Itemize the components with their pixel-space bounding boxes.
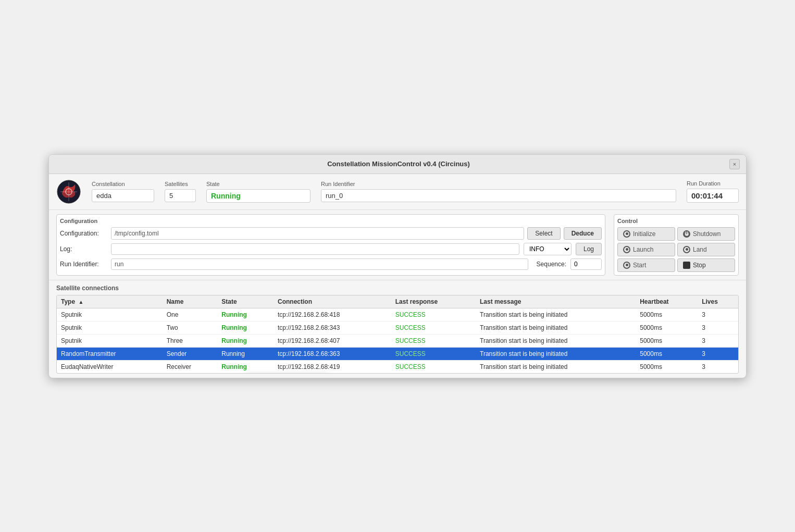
state-display: Running [206,189,310,203]
col-lives: Lives [698,295,738,308]
cell-state: Running [217,347,274,360]
cell-name: One [163,308,218,321]
cell-last-response: SUCCESS [391,321,476,334]
config-control-row: Configuration Configuration: Select Dedu… [49,210,746,280]
table-row[interactable]: Sputnik Two Running tcp://192.168.2.68:3… [57,321,738,334]
cell-name: Three [163,334,218,347]
satellite-table: Type ▲ Name State Connection Last respon… [57,295,738,373]
table-row[interactable]: Sputnik Three Running tcp://192.168.2.68… [57,334,738,347]
log-label: Log: [60,245,107,253]
cell-state: Running [217,360,274,373]
cell-type: Sputnik [57,308,163,321]
cell-heartbeat: 5000ms [636,347,698,360]
log-button[interactable]: Log [576,243,602,255]
satellite-section: Satellite connections Type ▲ Name State … [49,280,746,378]
land-icon [683,246,690,253]
shutdown-button[interactable]: ⏻ Shutdown [677,227,735,241]
select-button[interactable]: Select [527,227,560,240]
col-last-message: Last message [476,295,636,308]
state-value: Running [211,192,241,200]
run-identifier-label: Run Identifier: [60,261,107,268]
sort-icon: ▲ [78,299,83,305]
launch-button[interactable]: Launch [617,243,675,256]
satellites-input[interactable] [165,189,196,202]
state-label: State [206,181,310,187]
main-window: Constellation MissionControl v0.4 (Circi… [48,154,747,378]
col-type: Type ▲ [57,295,163,308]
constellation-input[interactable] [92,189,154,202]
cell-last-response: SUCCESS [391,347,476,360]
app-logo [56,179,81,204]
cell-last-message: Transition start is being initiated [476,347,636,360]
stop-button[interactable]: Stop [677,258,735,272]
cell-last-message: Transition start is being initiated [476,360,636,373]
col-connection: Connection [274,295,391,308]
header-row: Constellation Satellites State Running R… [49,174,746,210]
satellites-label: Satellites [165,181,196,187]
cell-type: EudaqNativeWriter [57,360,163,373]
cell-last-message: Transition start is being initiated [476,308,636,321]
cell-last-response: SUCCESS [391,360,476,373]
control-section: Control Initialize ⏻ Shutdown Launch Lan… [614,214,739,276]
cell-heartbeat: 5000ms [636,334,698,347]
table-header-row: Type ▲ Name State Connection Last respon… [57,295,738,308]
cell-connection: tcp://192.168.2.68:363 [274,347,391,360]
duration-field: Run Duration [687,180,739,203]
col-last-response: Last response [391,295,476,308]
config-file-label: Configuration: [60,230,107,237]
col-heartbeat: Heartbeat [636,295,698,308]
cell-heartbeat: 5000ms [636,321,698,334]
state-field: State Running [206,181,310,203]
table-row[interactable]: Sputnik One Running tcp://192.168.2.68:4… [57,308,738,321]
table-row[interactable]: RandomTransmitter Sender Running tcp://1… [57,347,738,360]
cell-type: Sputnik [57,334,163,347]
log-level-select[interactable]: INFO DEBUG WARNING ERROR [524,243,572,255]
col-state: State [217,295,274,308]
constellation-field: Constellation [92,181,154,202]
cell-state: Running [217,308,274,321]
cell-connection: tcp://192.168.2.68:407 [274,334,391,347]
initialize-button[interactable]: Initialize [617,227,675,241]
cell-last-response: SUCCESS [391,308,476,321]
cell-name: Two [163,321,218,334]
launch-icon [623,246,630,253]
start-button[interactable]: Start [617,258,675,272]
start-icon [623,262,630,269]
cell-lives: 3 [698,308,738,321]
close-button[interactable]: × [729,159,740,169]
run-identifier-input[interactable] [111,258,528,270]
log-input[interactable] [111,243,519,255]
run-id-field: Run Identifier [321,181,676,202]
title-bar: Constellation MissionControl v0.4 (Circi… [49,155,746,174]
satellites-field: Satellites [165,181,196,202]
config-section-title: Configuration [60,218,602,224]
initialize-icon [623,230,630,238]
land-button[interactable]: Land [677,243,735,256]
shutdown-icon: ⏻ [683,230,690,238]
run-id-input[interactable] [321,189,676,202]
satellite-table-container: Type ▲ Name State Connection Last respon… [56,295,739,374]
run-id-label: Run Identifier [321,181,676,187]
control-buttons-grid: Initialize ⏻ Shutdown Launch Land Start [617,227,735,272]
cell-lives: 3 [698,347,738,360]
cell-connection: tcp://192.168.2.68:343 [274,321,391,334]
satellite-title: Satellite connections [56,284,739,292]
config-file-input[interactable] [111,227,524,240]
cell-connection: tcp://192.168.2.68:419 [274,360,391,373]
window-title: Constellation MissionControl v0.4 (Circi… [68,160,729,168]
deduce-button[interactable]: Deduce [564,227,602,240]
table-row[interactable]: EudaqNativeWriter Receiver Running tcp:/… [57,360,738,373]
run-identifier-row: Run Identifier: Sequence: [60,258,602,270]
log-row: Log: INFO DEBUG WARNING ERROR Log [60,243,602,255]
config-file-row: Configuration: Select Deduce [60,227,602,240]
cell-connection: tcp://192.168.2.68:418 [274,308,391,321]
cell-name: Receiver [163,360,218,373]
duration-input[interactable] [687,189,739,203]
sequence-input[interactable] [570,258,602,270]
stop-icon [683,262,690,269]
cell-last-response: SUCCESS [391,334,476,347]
duration-label: Run Duration [687,180,739,187]
cell-heartbeat: 5000ms [636,308,698,321]
cell-last-message: Transition start is being initiated [476,321,636,334]
cell-name: Sender [163,347,218,360]
